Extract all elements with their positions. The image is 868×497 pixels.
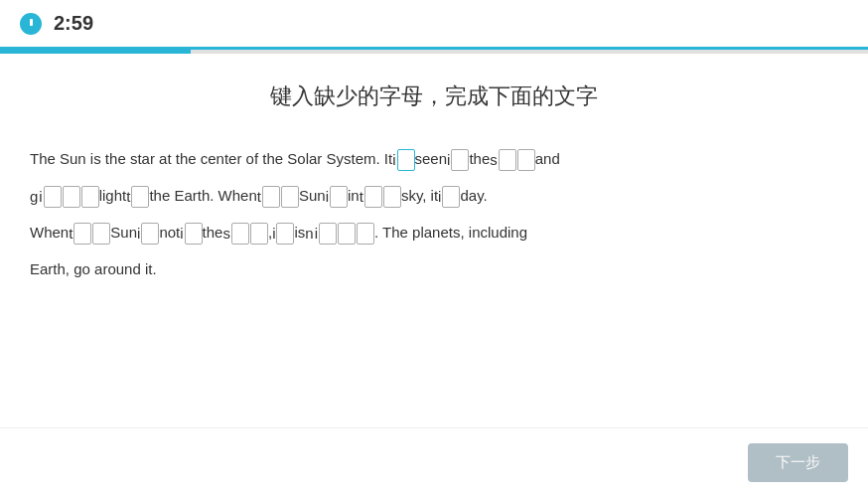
- static-text: the: [469, 141, 490, 177]
- timer-icon: [20, 13, 42, 35]
- text-line-line4: Earth, go around it.: [30, 260, 157, 277]
- word-box: t: [360, 179, 401, 215]
- letter-input[interactable]: [397, 149, 415, 171]
- static-text: day.: [460, 178, 487, 214]
- word-box: i: [392, 142, 414, 178]
- word-box: i: [272, 216, 294, 251]
- static-text: sky, it: [401, 178, 438, 214]
- fixed-letter: i: [447, 142, 450, 178]
- fixed-letter: s: [490, 142, 498, 178]
- word-box: i: [447, 142, 469, 178]
- letter-input[interactable]: [319, 223, 337, 245]
- fixed-letter: t: [360, 179, 363, 215]
- fixed-letter: i: [315, 216, 318, 251]
- static-text: Sun: [299, 178, 326, 214]
- app-container: 2:59 键入缺少的字母，完成下面的文字 The Sun is the star…: [0, 0, 868, 497]
- fixed-letter: s: [222, 216, 230, 251]
- letter-input[interactable]: [383, 186, 401, 208]
- letter-input[interactable]: [231, 223, 249, 245]
- letter-input[interactable]: [281, 186, 299, 208]
- static-text: When: [30, 215, 69, 250]
- next-button[interactable]: 下一步: [748, 443, 848, 482]
- letter-input[interactable]: [250, 223, 268, 245]
- text-line-line2: gi light t the Earth. When t Sun i in t …: [30, 187, 488, 204]
- static-text: and: [535, 141, 560, 177]
- fixed-letter: i: [272, 216, 275, 251]
- letter-input[interactable]: [44, 186, 62, 208]
- static-text: Earth, go around it.: [30, 251, 157, 287]
- fixed-letter: i: [39, 179, 42, 215]
- word-box: t: [69, 216, 110, 251]
- letter-input[interactable]: [185, 223, 203, 245]
- word-box: s: [490, 142, 535, 178]
- fixed-letter: n: [305, 216, 313, 251]
- static-text: . The planets, including: [374, 215, 527, 250]
- word-box: ni: [305, 216, 374, 251]
- text-area-wrapper: The Sun is the star at the center of the…: [0, 131, 868, 427]
- static-text: The Sun is the star at the center of the…: [30, 141, 392, 177]
- word-box: s: [222, 216, 268, 251]
- fixed-letter: i: [326, 179, 329, 215]
- word-box: i: [137, 216, 159, 251]
- letter-input[interactable]: [442, 186, 460, 208]
- letter-input[interactable]: [276, 223, 294, 245]
- fixed-letter: i: [180, 216, 183, 251]
- top-bar: 2:59: [0, 0, 868, 50]
- fixed-letter: t: [69, 216, 72, 251]
- static-text: seen: [415, 141, 448, 177]
- letter-input[interactable]: [499, 149, 516, 171]
- static-text: not: [159, 215, 180, 250]
- letter-input[interactable]: [357, 223, 374, 245]
- letter-input[interactable]: [73, 223, 91, 245]
- letter-input[interactable]: [338, 223, 356, 245]
- static-text: in: [348, 178, 360, 214]
- fixed-letter: t: [126, 179, 130, 215]
- letter-input[interactable]: [63, 186, 80, 208]
- word-box: i: [180, 216, 202, 251]
- instruction-title: 键入缺少的字母，完成下面的文字: [0, 54, 868, 131]
- fixed-letter: i: [438, 179, 441, 215]
- text-line-line3: When t Sun i not i the s, i is ni. The p…: [30, 224, 527, 241]
- static-text: light: [99, 178, 127, 214]
- letter-input[interactable]: [92, 223, 110, 245]
- main-content: 键入缺少的字母，完成下面的文字 The Sun is the star at t…: [0, 54, 868, 497]
- letter-input[interactable]: [517, 149, 535, 171]
- scrollable-text[interactable]: The Sun is the star at the center of the…: [30, 141, 838, 287]
- fixed-letter: t: [257, 179, 261, 215]
- letter-input[interactable]: [141, 223, 159, 245]
- timer-display: 2:59: [54, 12, 93, 35]
- letter-input[interactable]: [81, 186, 99, 208]
- static-text: the Earth. When: [149, 178, 256, 214]
- letter-input[interactable]: [330, 186, 348, 208]
- fixed-letter: i: [392, 142, 395, 178]
- bottom-nav: 下一步: [0, 427, 868, 497]
- letter-input[interactable]: [451, 149, 469, 171]
- text-line-line1: The Sun is the star at the center of the…: [30, 150, 560, 167]
- word-box: i: [438, 179, 460, 215]
- letter-input[interactable]: [262, 186, 280, 208]
- static-text: Sun: [110, 215, 137, 250]
- letter-input[interactable]: [364, 186, 382, 208]
- word-box: gi: [30, 179, 99, 215]
- letter-input[interactable]: [131, 186, 149, 208]
- static-text: the: [203, 215, 223, 250]
- word-box: t: [257, 179, 299, 215]
- word-box: t: [126, 179, 149, 215]
- fixed-letter: g: [30, 179, 38, 215]
- fixed-letter: i: [137, 216, 140, 251]
- word-box: i: [326, 179, 348, 215]
- static-text: is: [294, 215, 305, 250]
